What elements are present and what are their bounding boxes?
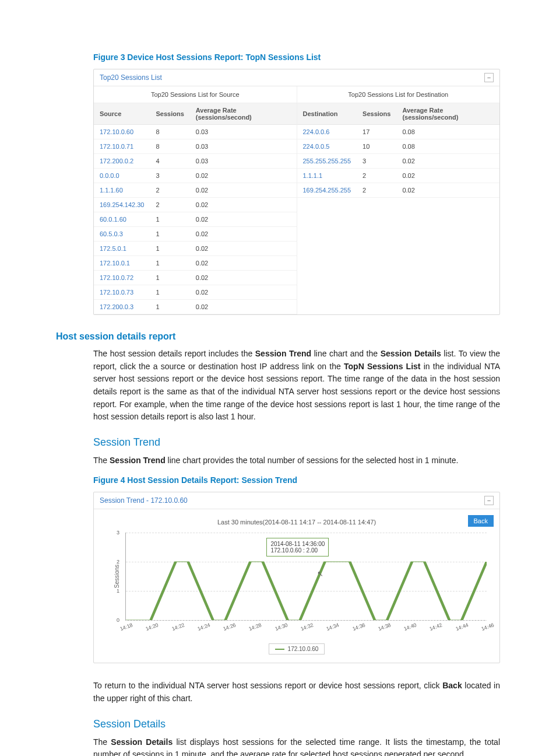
cell-sessions: 2	[150, 198, 189, 212]
cell-sessions: 17	[357, 125, 396, 139]
chart-tooltip: 2014-08-11 14:36:00 172.10.0.60 : 2.00	[266, 538, 329, 556]
source-ip-link[interactable]: 172.200.0.2	[94, 154, 150, 169]
table-row: 172.10.0.6080.03	[94, 125, 297, 139]
y-tick: 0	[117, 617, 119, 623]
heading-host-session-details: Host session details report	[56, 331, 500, 342]
dest-table-title: Top20 Sessions List for Destination	[297, 86, 500, 103]
table-row: 60.0.1.6010.02	[94, 212, 297, 227]
dest-ip-link[interactable]: 224.0.0.5	[297, 139, 357, 154]
cell-sessions: 8	[150, 125, 189, 139]
table-row: 172.5.0.110.02	[94, 242, 297, 256]
table-row: 172.10.0.7310.02	[94, 285, 297, 300]
collapse-icon[interactable]: −	[484, 73, 494, 82]
table-row: 169.254.255.25520.02	[297, 183, 500, 198]
source-table-title: Top20 Sessions List for Source	[94, 86, 297, 103]
figure3-caption: Figure 3 Device Host Sessions Report: To…	[93, 52, 500, 62]
cell-sessions: 1	[150, 227, 189, 242]
dest-ip-link[interactable]: 224.0.0.6	[297, 125, 357, 139]
x-tick: 14:34	[326, 622, 340, 632]
x-tick: 14:28	[248, 622, 263, 632]
x-tick: 14:38	[377, 622, 392, 632]
th-sessions: Sessions	[150, 103, 189, 125]
source-ip-link[interactable]: 172.200.0.3	[94, 300, 150, 314]
source-ip-link[interactable]: 172.10.0.71	[94, 139, 150, 154]
x-tick: 14:42	[429, 622, 444, 632]
cell-rate: 0.02	[190, 300, 297, 314]
source-ip-link[interactable]: 172.5.0.1	[94, 242, 150, 256]
cell-rate: 0.02	[190, 227, 297, 242]
table-row: 1.1.1.120.02	[297, 169, 500, 183]
cursor-icon: ↖	[317, 569, 323, 578]
cell-sessions: 3	[150, 169, 189, 183]
cell-rate: 0.02	[190, 256, 297, 271]
figure4-caption: Figure 4 Host Session Details Report: Se…	[93, 475, 500, 485]
table-row: 172.10.0.110.02	[94, 256, 297, 271]
cell-sessions: 2	[357, 183, 396, 198]
x-tick: 14:40	[403, 622, 418, 632]
table-row: 169.254.142.3020.02	[94, 198, 297, 212]
table-row: 255.255.255.25530.02	[297, 154, 500, 169]
th-sessions: Sessions	[357, 103, 396, 125]
table-row: 224.0.0.6170.08	[297, 125, 500, 139]
dest-ip-link[interactable]: 255.255.255.255	[297, 154, 357, 169]
legend-label: 172.10.0.60	[288, 646, 319, 652]
source-ip-link[interactable]: 1.1.1.60	[94, 183, 150, 198]
source-ip-link[interactable]: 172.10.0.60	[94, 125, 150, 139]
y-tick: 1	[117, 588, 119, 594]
x-tick: 14:22	[171, 622, 185, 632]
legend-item[interactable]: 172.10.0.60	[269, 643, 325, 654]
cell-rate: 0.03	[190, 125, 297, 139]
table-row: 172.200.0.240.03	[94, 154, 297, 169]
th-destination: Destination	[297, 103, 357, 125]
back-button[interactable]: Back	[468, 515, 494, 527]
chart-range-label: Last 30 minutes(2014-08-11 14:17 -- 2014…	[217, 519, 376, 526]
cell-rate: 0.03	[190, 154, 297, 169]
session-trend-panel: Session Trend - 172.10.0.60 − Last 30 mi…	[93, 492, 500, 664]
collapse-icon[interactable]: −	[484, 496, 494, 505]
dest-table: Destination Sessions Average Rate (sessi…	[297, 103, 500, 198]
cell-rate: 0.02	[190, 271, 297, 285]
source-ip-link[interactable]: 172.10.0.1	[94, 256, 150, 271]
x-tick: 14:36	[351, 622, 366, 632]
x-tick: 14:30	[274, 622, 288, 632]
top20-sessions-panel: Top20 Sessions List − Top20 Sessions Lis…	[93, 69, 500, 315]
cell-rate: 0.02	[190, 242, 297, 256]
cell-sessions: 1	[150, 256, 189, 271]
cell-sessions: 2	[357, 169, 396, 183]
table-row: 1.1.1.6020.02	[94, 183, 297, 198]
table-row: 224.0.0.5100.08	[297, 139, 500, 154]
cell-rate: 0.02	[190, 198, 297, 212]
x-tick: 14:44	[455, 622, 469, 632]
source-ip-link[interactable]: 172.10.0.73	[94, 285, 150, 300]
x-tick: 14:24	[196, 622, 211, 632]
source-ip-link[interactable]: 0.0.0.0	[94, 169, 150, 183]
cell-sessions: 10	[357, 139, 396, 154]
cell-rate: 0.02	[396, 169, 499, 183]
table-row: 60.5.0.310.02	[94, 227, 297, 242]
heading-session-details: Session Details	[93, 718, 500, 730]
y-tick: 3	[117, 530, 119, 536]
session-trend-chart[interactable]: Sessions 0123 2014-08-11 14:36:00 172.10…	[125, 533, 487, 621]
cell-rate: 0.02	[190, 183, 297, 198]
top20-panel-title: Top20 Sessions List	[100, 74, 162, 82]
y-axis-label: Sessions	[114, 565, 120, 589]
dest-ip-link[interactable]: 1.1.1.1	[297, 169, 357, 183]
source-ip-link[interactable]: 172.10.0.72	[94, 271, 150, 285]
source-ip-link[interactable]: 169.254.142.30	[94, 198, 150, 212]
cell-rate: 0.08	[396, 125, 499, 139]
dest-ip-link[interactable]: 169.254.255.255	[297, 183, 357, 198]
heading-session-trend: Session Trend	[93, 436, 500, 449]
cell-sessions: 1	[150, 212, 189, 227]
cell-sessions: 1	[150, 300, 189, 314]
cell-rate: 0.03	[190, 139, 297, 154]
x-tick: 14:32	[300, 622, 314, 632]
legend-line-icon	[275, 649, 284, 650]
source-ip-link[interactable]: 60.0.1.60	[94, 212, 150, 227]
x-tick: 14:18	[119, 622, 133, 632]
session-trend-panel-title: Session Trend - 172.10.0.60	[100, 496, 188, 505]
x-tick: 14:46	[480, 622, 495, 632]
cell-sessions: 3	[357, 154, 396, 169]
cell-sessions: 1	[150, 242, 189, 256]
para-session-trend: The Session Trend line chart provides th…	[93, 454, 500, 467]
source-ip-link[interactable]: 60.5.0.3	[94, 227, 150, 242]
